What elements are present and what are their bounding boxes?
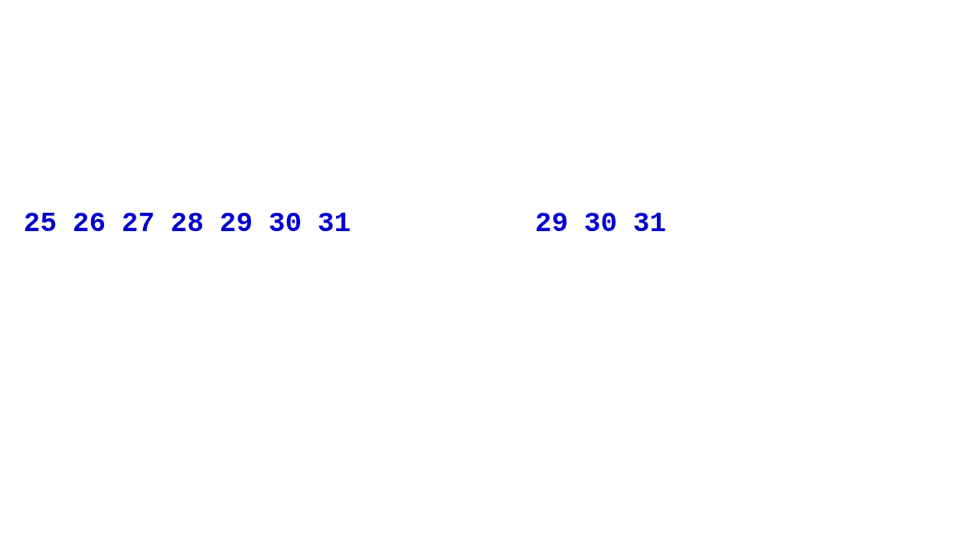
cal-day: 31 — [306, 207, 355, 241]
cal-day: 28 — [159, 207, 208, 241]
week-row: 29 30 31 — [524, 207, 671, 241]
calendar-row-top-cutoff: 25 26 27 28 29 30 31 29 30 31 — [12, 141, 968, 309]
cal-day: 31 — [622, 207, 671, 241]
week-row: 25 26 27 28 29 30 31 — [12, 207, 355, 241]
cal-day: 29 — [208, 207, 257, 241]
cal-day: 30 — [573, 207, 622, 241]
cal-day: 27 — [110, 207, 159, 241]
cal-day: 29 — [524, 207, 573, 241]
cal-day: 25 — [12, 207, 61, 241]
cal-day: 30 — [257, 207, 306, 241]
terminal-output[interactable]: 25 26 27 28 29 30 31 29 30 31 October No… — [0, 0, 980, 551]
cal-day: 26 — [61, 207, 110, 241]
